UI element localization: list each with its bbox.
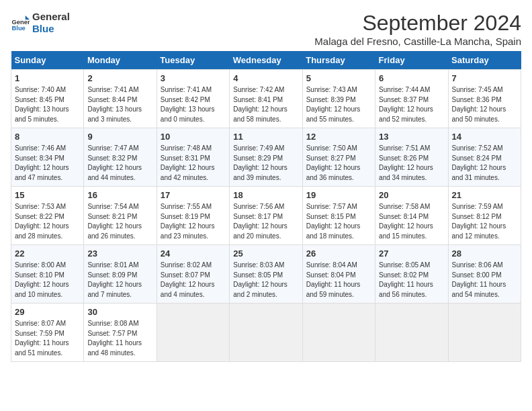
day-number: 5	[306, 73, 371, 83]
day-info: Sunrise: 8:03 AM Sunset: 8:05 PM Dayligh…	[233, 261, 298, 300]
header-tuesday: Tuesday	[157, 51, 229, 70]
calendar-week-4: 29Sunrise: 8:07 AM Sunset: 7:59 PM Dayli…	[11, 304, 521, 362]
calendar-week-0: 1Sunrise: 7:40 AM Sunset: 8:45 PM Daylig…	[11, 70, 521, 128]
day-info: Sunrise: 7:51 AM Sunset: 8:26 PM Dayligh…	[379, 144, 444, 183]
header-thursday: Thursday	[302, 51, 375, 70]
day-info: Sunrise: 7:41 AM Sunset: 8:42 PM Dayligh…	[161, 85, 226, 124]
calendar-cell: 29Sunrise: 8:07 AM Sunset: 7:59 PM Dayli…	[11, 304, 84, 362]
calendar-cell	[157, 304, 229, 362]
day-number: 1	[15, 73, 80, 83]
calendar-cell: 22Sunrise: 8:00 AM Sunset: 8:10 PM Dayli…	[11, 245, 84, 304]
logo-icon: General Blue	[11, 13, 30, 32]
day-number: 26	[306, 248, 371, 259]
calendar-cell: 9Sunrise: 7:47 AM Sunset: 8:32 PM Daylig…	[84, 128, 157, 187]
day-number: 28	[452, 248, 517, 259]
day-number: 2	[87, 73, 152, 83]
day-number: 4	[233, 73, 298, 83]
day-number: 11	[233, 132, 298, 142]
day-info: Sunrise: 8:06 AM Sunset: 8:00 PM Dayligh…	[452, 261, 517, 300]
calendar-cell: 30Sunrise: 8:08 AM Sunset: 7:57 PM Dayli…	[84, 304, 157, 362]
calendar-cell	[375, 304, 448, 362]
calendar-cell: 3Sunrise: 7:41 AM Sunset: 8:42 PM Daylig…	[157, 70, 229, 128]
day-number: 15	[15, 190, 80, 200]
calendar-table: Sunday Monday Tuesday Wednesday Thursday…	[11, 51, 521, 362]
calendar-cell: 8Sunrise: 7:46 AM Sunset: 8:34 PM Daylig…	[11, 128, 84, 187]
day-info: Sunrise: 7:45 AM Sunset: 8:36 PM Dayligh…	[452, 85, 517, 124]
day-number: 21	[452, 190, 517, 200]
calendar-cell: 13Sunrise: 7:51 AM Sunset: 8:26 PM Dayli…	[375, 128, 448, 187]
day-number: 16	[87, 190, 152, 200]
day-number: 3	[161, 73, 226, 83]
calendar-cell: 11Sunrise: 7:49 AM Sunset: 8:29 PM Dayli…	[230, 128, 302, 187]
day-info: Sunrise: 8:04 AM Sunset: 8:04 PM Dayligh…	[306, 261, 371, 300]
day-number: 27	[379, 248, 444, 259]
day-info: Sunrise: 8:00 AM Sunset: 8:10 PM Dayligh…	[15, 261, 80, 300]
day-info: Sunrise: 7:47 AM Sunset: 8:32 PM Dayligh…	[87, 144, 152, 183]
calendar-cell: 27Sunrise: 8:05 AM Sunset: 8:02 PM Dayli…	[375, 245, 448, 304]
logo-line2: Blue	[32, 23, 70, 35]
calendar-cell: 14Sunrise: 7:52 AM Sunset: 8:24 PM Dayli…	[448, 128, 521, 187]
day-number: 17	[161, 190, 226, 200]
day-number: 13	[379, 132, 444, 142]
month-title: September 2024	[314, 11, 521, 36]
day-info: Sunrise: 7:48 AM Sunset: 8:31 PM Dayligh…	[161, 144, 226, 183]
calendar-cell: 6Sunrise: 7:44 AM Sunset: 8:37 PM Daylig…	[375, 70, 448, 128]
day-number: 29	[15, 307, 80, 317]
day-info: Sunrise: 7:57 AM Sunset: 8:15 PM Dayligh…	[306, 202, 371, 241]
day-number: 12	[306, 132, 371, 142]
day-number: 22	[15, 248, 80, 259]
day-info: Sunrise: 7:42 AM Sunset: 8:41 PM Dayligh…	[233, 85, 298, 124]
calendar-week-3: 22Sunrise: 8:00 AM Sunset: 8:10 PM Dayli…	[11, 245, 521, 304]
day-number: 20	[379, 190, 444, 200]
svg-marker-2	[26, 15, 30, 19]
calendar-cell: 15Sunrise: 7:53 AM Sunset: 8:22 PM Dayli…	[11, 187, 84, 245]
calendar-cell: 4Sunrise: 7:42 AM Sunset: 8:41 PM Daylig…	[230, 70, 302, 128]
calendar-cell	[448, 304, 521, 362]
day-number: 7	[452, 73, 517, 83]
calendar-cell: 24Sunrise: 8:02 AM Sunset: 8:07 PM Dayli…	[157, 245, 229, 304]
calendar-cell: 21Sunrise: 7:59 AM Sunset: 8:12 PM Dayli…	[448, 187, 521, 245]
day-info: Sunrise: 7:40 AM Sunset: 8:45 PM Dayligh…	[15, 85, 80, 124]
day-info: Sunrise: 7:41 AM Sunset: 8:44 PM Dayligh…	[87, 85, 152, 124]
title-block: September 2024 Malaga del Fresno, Castil…	[314, 11, 521, 47]
day-info: Sunrise: 7:54 AM Sunset: 8:21 PM Dayligh…	[87, 202, 152, 241]
calendar-cell: 1Sunrise: 7:40 AM Sunset: 8:45 PM Daylig…	[11, 70, 84, 128]
day-info: Sunrise: 8:05 AM Sunset: 8:02 PM Dayligh…	[379, 261, 444, 300]
day-info: Sunrise: 7:56 AM Sunset: 8:17 PM Dayligh…	[233, 202, 298, 241]
header-saturday: Saturday	[448, 51, 521, 70]
header-monday: Monday	[84, 51, 157, 70]
day-info: Sunrise: 8:02 AM Sunset: 8:07 PM Dayligh…	[161, 261, 226, 300]
svg-text:Blue: Blue	[12, 25, 26, 32]
day-info: Sunrise: 7:49 AM Sunset: 8:29 PM Dayligh…	[233, 144, 298, 183]
calendar-week-1: 8Sunrise: 7:46 AM Sunset: 8:34 PM Daylig…	[11, 128, 521, 187]
day-number: 6	[379, 73, 444, 83]
calendar-cell: 12Sunrise: 7:50 AM Sunset: 8:27 PM Dayli…	[302, 128, 375, 187]
day-info: Sunrise: 8:07 AM Sunset: 7:59 PM Dayligh…	[15, 319, 80, 358]
calendar-cell: 25Sunrise: 8:03 AM Sunset: 8:05 PM Dayli…	[230, 245, 302, 304]
day-number: 30	[87, 307, 152, 317]
calendar-cell: 23Sunrise: 8:01 AM Sunset: 8:09 PM Dayli…	[84, 245, 157, 304]
location-subtitle: Malaga del Fresno, Castille-La Mancha, S…	[314, 36, 521, 47]
day-number: 23	[87, 248, 152, 259]
day-info: Sunrise: 7:53 AM Sunset: 8:22 PM Dayligh…	[15, 202, 80, 241]
day-info: Sunrise: 7:43 AM Sunset: 8:39 PM Dayligh…	[306, 85, 371, 124]
day-info: Sunrise: 7:58 AM Sunset: 8:14 PM Dayligh…	[379, 202, 444, 241]
day-number: 19	[306, 190, 371, 200]
day-number: 10	[161, 132, 226, 142]
header-friday: Friday	[375, 51, 448, 70]
calendar-cell: 16Sunrise: 7:54 AM Sunset: 8:21 PM Dayli…	[84, 187, 157, 245]
calendar-cell: 10Sunrise: 7:48 AM Sunset: 8:31 PM Dayli…	[157, 128, 229, 187]
calendar-cell: 7Sunrise: 7:45 AM Sunset: 8:36 PM Daylig…	[448, 70, 521, 128]
calendar-cell: 28Sunrise: 8:06 AM Sunset: 8:00 PM Dayli…	[448, 245, 521, 304]
day-info: Sunrise: 7:46 AM Sunset: 8:34 PM Dayligh…	[15, 144, 80, 183]
day-number: 14	[452, 132, 517, 142]
day-info: Sunrise: 7:59 AM Sunset: 8:12 PM Dayligh…	[452, 202, 517, 241]
calendar-cell: 2Sunrise: 7:41 AM Sunset: 8:44 PM Daylig…	[84, 70, 157, 128]
calendar-cell: 17Sunrise: 7:55 AM Sunset: 8:19 PM Dayli…	[157, 187, 229, 245]
day-number: 9	[87, 132, 152, 142]
day-info: Sunrise: 7:52 AM Sunset: 8:24 PM Dayligh…	[452, 144, 517, 183]
day-number: 25	[233, 248, 298, 259]
calendar-cell: 19Sunrise: 7:57 AM Sunset: 8:15 PM Dayli…	[302, 187, 375, 245]
calendar-cell: 26Sunrise: 8:04 AM Sunset: 8:04 PM Dayli…	[302, 245, 375, 304]
day-info: Sunrise: 8:01 AM Sunset: 8:09 PM Dayligh…	[87, 261, 152, 300]
